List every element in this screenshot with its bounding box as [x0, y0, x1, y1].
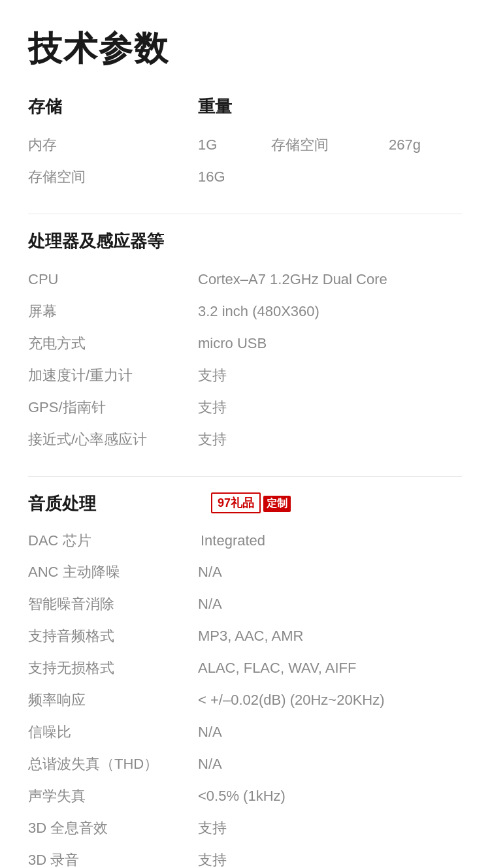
- table-row: 支持无损格式 ALAC, FLAC, WAV, AIFF: [28, 652, 462, 684]
- freq-value: < +/–0.02(dB) (20Hz~20KHz): [198, 689, 462, 711]
- storage-weight-header: 存储 重量: [28, 95, 462, 118]
- table-row: 屏幕 3.2 inch (480X360): [28, 295, 462, 327]
- acoustic-label: 声学失真: [28, 785, 198, 807]
- table-row: CPU Cortex–A7 1.2GHz Dual Core: [28, 263, 462, 295]
- audio-format-value: MP3, AAC, AMR: [198, 625, 462, 647]
- table-row: GPS/指南针 支持: [28, 391, 462, 423]
- badge-container: 97礼品定制: [211, 494, 291, 515]
- lossless-value: ALAC, FLAC, WAV, AIFF: [198, 657, 462, 679]
- processor-section: 处理器及感应器等 CPU Cortex–A7 1.2GHz Dual Core …: [28, 230, 462, 455]
- 3d-recording-value: 支持: [198, 849, 462, 868]
- table-row: 加速度计/重力计 支持: [28, 359, 462, 391]
- audio-header: 音质处理: [28, 492, 198, 515]
- audio-format-label: 支持音频格式: [28, 625, 198, 647]
- charge-label: 充电方式: [28, 332, 198, 354]
- table-row: 信噪比 N/A: [28, 716, 462, 748]
- accel-label: 加速度计/重力计: [28, 364, 198, 386]
- storage-space-value: 16G: [198, 166, 462, 187]
- accel-value: 支持: [198, 364, 462, 386]
- screen-value: 3.2 inch (480X360): [198, 300, 462, 322]
- snr-label: 信噪比: [28, 721, 198, 743]
- storage-weight-section: 存储 重量 内存 1G 存储空间 267g 存储空间 16G: [28, 95, 462, 193]
- noise-cancel-value: N/A: [198, 593, 462, 615]
- dac-label: DAC 芯片: [28, 531, 198, 551]
- table-row: 智能噪音消除 N/A: [28, 588, 462, 620]
- anc-label: ANC 主动降噪: [28, 561, 198, 583]
- storage-ram-label: 内存: [28, 134, 198, 155]
- cpu-label: CPU: [28, 268, 198, 290]
- thd-label: 总谐波失真（THD）: [28, 753, 198, 775]
- proximity-label: 接近式/心率感应计: [28, 428, 198, 450]
- page-title: 技术参数: [28, 26, 462, 72]
- table-row: 内存 1G 存储空间 267g: [28, 129, 462, 161]
- audio-section: 音质处理 97礼品定制 DAC 芯片 Integrated ANC 主动降噪 N…: [28, 492, 462, 868]
- table-row: 充电方式 micro USB: [28, 327, 462, 359]
- noise-cancel-label: 智能噪音消除: [28, 593, 198, 615]
- cpu-value: Cortex–A7 1.2GHz Dual Core: [198, 268, 462, 290]
- storage-space-label: 存储空间: [28, 166, 198, 187]
- table-row: 3D 录音 支持: [28, 844, 462, 868]
- dac-value-container: Integrated: [198, 532, 462, 549]
- 3d-recording-label: 3D 录音: [28, 849, 198, 868]
- 3d-holographic-label: 3D 全息音效: [28, 817, 198, 839]
- gps-label: GPS/指南针: [28, 396, 198, 418]
- anc-value: N/A: [198, 561, 462, 583]
- screen-label: 屏幕: [28, 300, 198, 322]
- table-row: ANC 主动降噪 N/A: [28, 556, 462, 588]
- table-row: 总谐波失真（THD） N/A: [28, 748, 462, 780]
- badge-97礼品: 97礼品: [211, 492, 261, 513]
- snr-value: N/A: [198, 721, 462, 743]
- table-row: DAC 芯片 Integrated: [28, 526, 462, 556]
- weight-storage-value: 267g: [389, 134, 462, 155]
- dac-value: Integrated: [201, 532, 265, 549]
- gps-value: 支持: [198, 396, 462, 418]
- table-row: 频率响应 < +/–0.02(dB) (20Hz~20KHz): [28, 684, 462, 716]
- acoustic-value: <0.5% (1kHz): [198, 785, 462, 807]
- charge-value: micro USB: [198, 332, 462, 354]
- thd-value: N/A: [198, 753, 462, 775]
- weight-storage-label: 存储空间: [271, 134, 389, 155]
- table-row: 接近式/心率感应计 支持: [28, 423, 462, 455]
- table-row: 3D 全息音效 支持: [28, 812, 462, 844]
- lossless-label: 支持无损格式: [28, 657, 198, 679]
- storage-header: 存储: [28, 95, 198, 118]
- proximity-value: 支持: [198, 428, 462, 450]
- table-row: 支持音频格式 MP3, AAC, AMR: [28, 620, 462, 652]
- divider: [28, 476, 462, 477]
- badge-custom: 定制: [263, 496, 291, 512]
- freq-label: 频率响应: [28, 689, 198, 711]
- 3d-holographic-value: 支持: [198, 817, 462, 839]
- table-row: 存储空间 16G: [28, 161, 462, 193]
- storage-ram-value: 1G: [198, 134, 271, 155]
- divider: [28, 214, 462, 214]
- processor-header: 处理器及感应器等: [28, 230, 462, 253]
- table-row: 声学失真 <0.5% (1kHz): [28, 780, 462, 812]
- weight-header: 重量: [198, 95, 232, 118]
